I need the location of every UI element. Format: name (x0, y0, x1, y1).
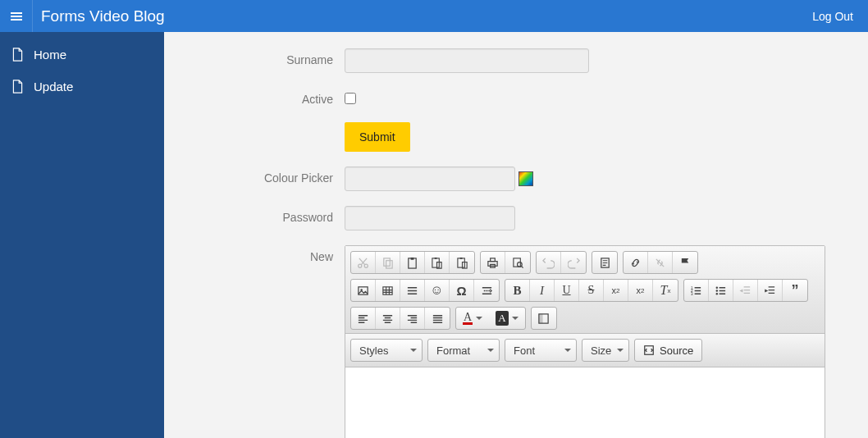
link-button[interactable] (624, 252, 648, 273)
main-content: Surname Active Submit Colour Picker Pass… (164, 32, 868, 438)
colour-swatch-button[interactable] (519, 171, 533, 186)
svg-rect-3 (386, 260, 393, 267)
logout-link[interactable]: Log Out (812, 10, 868, 23)
hamburger-button[interactable] (0, 0, 33, 32)
colour-input[interactable] (345, 167, 515, 191)
preview-button[interactable] (505, 252, 530, 273)
undo-icon (542, 257, 555, 269)
flag-icon (679, 257, 692, 269)
paste-word-button[interactable] (450, 252, 474, 273)
size-combo[interactable]: Size (582, 339, 629, 362)
removeformat-button[interactable]: Tx (653, 280, 678, 301)
bold-button[interactable]: B (505, 280, 530, 301)
active-checkbox[interactable] (345, 93, 356, 104)
templates-button[interactable] (592, 252, 617, 273)
sidebar-item-home[interactable]: Home (0, 39, 164, 71)
styles-combo[interactable]: Styles (350, 339, 423, 362)
source-button[interactable]: Source (634, 339, 702, 362)
paste-text-button[interactable] (425, 252, 450, 273)
app-title: Forms Video Blog (33, 7, 165, 25)
new-label: New (189, 245, 345, 263)
specialchar-button[interactable]: Ω (450, 280, 474, 301)
align-left-button[interactable] (351, 308, 376, 329)
password-input[interactable] (345, 206, 515, 230)
bgcolor-button[interactable]: A (489, 308, 524, 329)
template-icon (599, 257, 611, 269)
sidebar-item-update[interactable]: Update (0, 71, 164, 103)
align-center-button[interactable] (376, 308, 400, 329)
maximize-icon (537, 313, 550, 325)
omega-icon: Ω (456, 284, 466, 298)
ol-icon: 123 (690, 285, 702, 297)
redo-icon (568, 257, 580, 269)
smiley-icon: ☺ (430, 283, 443, 298)
pagebreak-button[interactable] (474, 280, 499, 301)
svg-point-25 (716, 293, 718, 294)
indent-icon (764, 285, 776, 297)
strike-button[interactable]: S (579, 280, 604, 301)
document-icon (11, 48, 24, 62)
italic-button[interactable]: I (530, 280, 555, 301)
align-justify-button[interactable] (425, 308, 450, 329)
anchor-button[interactable] (673, 252, 697, 273)
clipboard-text-icon (431, 257, 443, 269)
maximize-button[interactable] (532, 308, 556, 329)
textcolor-button[interactable]: A (456, 308, 489, 329)
editor-combo-row: Styles Format Font Size Source (345, 334, 825, 367)
numlist-button[interactable]: 123 (684, 280, 709, 301)
editor-toolbar: ☺ Ω B I U S x2 x2 Tx (345, 246, 825, 334)
hr-icon (406, 285, 418, 297)
indent-button[interactable] (758, 280, 783, 301)
hr-button[interactable] (400, 280, 425, 301)
image-button[interactable] (351, 280, 376, 301)
undo-button[interactable] (537, 252, 561, 273)
rich-text-editor: ☺ Ω B I U S x2 x2 Tx (345, 245, 825, 438)
font-combo[interactable]: Font (505, 339, 577, 362)
top-bar: Forms Video Blog Log Out (0, 0, 868, 32)
surname-label: Surname (189, 48, 345, 66)
image-icon (357, 285, 369, 297)
submit-button[interactable]: Submit (345, 122, 410, 152)
menu-icon (10, 10, 23, 23)
unlink-icon (654, 257, 666, 269)
subscript-button[interactable]: x2 (604, 280, 628, 301)
cut-button[interactable] (351, 252, 376, 273)
paste-button[interactable] (400, 252, 425, 273)
colour-label: Colour Picker (189, 167, 345, 185)
pagebreak-icon (481, 285, 493, 297)
svg-rect-11 (488, 261, 497, 266)
redo-button[interactable] (561, 252, 586, 273)
underline-button[interactable]: U (555, 280, 579, 301)
smiley-button[interactable]: ☺ (425, 280, 450, 301)
svg-point-15 (517, 262, 522, 267)
blockquote-button[interactable]: ” (783, 280, 807, 301)
svg-rect-12 (491, 258, 496, 261)
svg-point-24 (716, 290, 718, 291)
table-button[interactable] (376, 280, 400, 301)
format-combo[interactable]: Format (427, 339, 500, 362)
magnifier-icon (512, 257, 524, 269)
password-label: Password (189, 206, 345, 224)
align-justify-icon (432, 313, 444, 325)
svg-rect-17 (359, 286, 368, 294)
sidebar-item-label: Home (34, 48, 66, 62)
sidebar: Home Update (0, 32, 164, 438)
copy-button[interactable] (376, 252, 400, 273)
source-icon (643, 344, 655, 356)
surname-input[interactable] (345, 48, 589, 73)
svg-rect-8 (457, 258, 464, 267)
svg-rect-5 (411, 257, 414, 259)
copy-icon (381, 257, 394, 269)
table-icon (381, 285, 394, 297)
outdent-button[interactable] (733, 280, 758, 301)
bulletlist-button[interactable] (709, 280, 733, 301)
document-icon (11, 80, 24, 94)
align-right-button[interactable] (400, 308, 425, 329)
superscript-button[interactable]: x2 (628, 280, 653, 301)
align-left-icon (357, 313, 369, 325)
unlink-button[interactable] (648, 252, 673, 273)
svg-text:3: 3 (691, 292, 693, 296)
editor-content-area[interactable] (345, 367, 825, 438)
link-icon (629, 257, 642, 269)
print-button[interactable] (481, 252, 505, 273)
